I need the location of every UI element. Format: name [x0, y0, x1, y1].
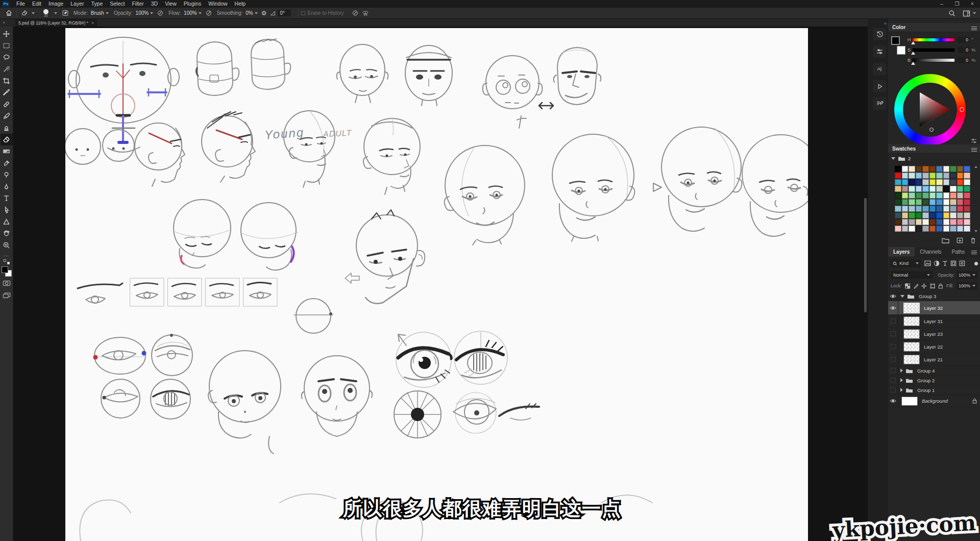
color-fg-bg-swatches[interactable] — [891, 36, 905, 57]
eraser-tool[interactable] — [1, 134, 13, 145]
brush-angle-field[interactable]: 0° — [278, 10, 291, 16]
background-color-swatch[interactable] — [897, 46, 905, 55]
hue-value-field[interactable]: 0 — [958, 37, 970, 43]
crop-tool[interactable] — [1, 75, 13, 87]
swatch[interactable] — [957, 199, 964, 205]
swatch[interactable] — [916, 199, 922, 205]
minimize-button[interactable]: – — [934, 0, 949, 8]
swatch[interactable] — [957, 226, 964, 232]
magic-wand-tool[interactable] — [1, 63, 13, 75]
swatch[interactable] — [964, 186, 970, 192]
swatch[interactable] — [943, 206, 950, 212]
swap-colors-icon[interactable] — [4, 259, 10, 264]
lock-all-icon[interactable] — [938, 283, 943, 289]
swatch[interactable] — [922, 186, 929, 192]
edit-toolbar-ellipsis[interactable]: ... — [4, 252, 9, 257]
swatch[interactable] — [929, 186, 936, 192]
menu-image[interactable]: Image — [45, 0, 67, 8]
layer-name[interactable]: Group 2 — [917, 378, 935, 383]
swatch[interactable] — [936, 206, 943, 212]
layer-row-layer-22[interactable]: Layer 22 — [888, 340, 980, 353]
swatch[interactable] — [950, 166, 957, 172]
layer-name[interactable]: Layer 31 — [924, 318, 943, 324]
dodge-tool[interactable] — [1, 169, 13, 181]
layer-name[interactable]: Layer 32 — [924, 305, 943, 311]
airbrush-icon[interactable] — [204, 8, 214, 18]
saturation-slider[interactable] — [912, 48, 955, 52]
chevron-down-icon[interactable] — [32, 12, 35, 14]
erase-to-history-checkbox[interactable] — [301, 11, 305, 15]
swatch[interactable] — [922, 212, 929, 218]
swatch[interactable] — [943, 212, 950, 218]
swatch[interactable] — [936, 192, 943, 199]
smudge-tool[interactable] — [1, 157, 13, 169]
layer-row-layer-21[interactable]: Layer 21 — [888, 353, 980, 366]
swatch[interactable] — [916, 226, 922, 232]
swatch[interactable] — [922, 219, 929, 225]
scrollbar-thumb[interactable] — [864, 198, 867, 312]
swatch[interactable] — [895, 212, 901, 218]
hue-ring-marker[interactable] — [960, 107, 964, 112]
swatch[interactable] — [936, 166, 943, 172]
visibility-eye-icon[interactable] — [888, 301, 898, 314]
character-panel-icon[interactable]: A| — [873, 63, 886, 75]
group-expand-chevron-right[interactable] — [900, 387, 913, 393]
swatch[interactable] — [916, 206, 922, 212]
swatches-scrollbar[interactable] — [974, 166, 978, 232]
gradient-tool[interactable] — [1, 145, 13, 157]
eyedropper-tool[interactable] — [1, 87, 13, 99]
menu-edit[interactable]: Edit — [29, 0, 45, 8]
search-icon[interactable] — [947, 8, 957, 18]
smoothing-options-gear-icon[interactable]: ⚙ — [260, 8, 268, 18]
foreground-color-swatch[interactable] — [891, 36, 900, 45]
swatch[interactable] — [902, 206, 909, 212]
swatch[interactable] — [950, 199, 957, 205]
swatch[interactable] — [943, 173, 950, 179]
group-expand-chevron-down[interactable] — [900, 293, 915, 299]
lock-transparency-icon[interactable] — [905, 283, 910, 289]
swatch[interactable] — [929, 173, 936, 179]
lock-pixels-icon[interactable] — [913, 283, 918, 289]
close-button[interactable]: × — [965, 0, 980, 8]
swatch[interactable] — [922, 192, 929, 199]
swatch[interactable] — [964, 226, 970, 232]
layer-name[interactable]: Group 3 — [919, 293, 936, 299]
swatch[interactable] — [916, 192, 922, 199]
swatch[interactable] — [916, 173, 922, 179]
lock-artboard-icon[interactable] — [930, 283, 935, 289]
filter-pixel-layers-icon[interactable] — [924, 260, 931, 266]
actions-panel-icon[interactable] — [873, 80, 886, 92]
swatch[interactable] — [936, 212, 943, 218]
visibility-eye-icon[interactable] — [888, 395, 898, 407]
zoom-tool[interactable] — [1, 239, 13, 251]
swatch[interactable] — [950, 173, 957, 179]
brush-panel-toggle-icon[interactable] — [60, 8, 70, 18]
swatch[interactable] — [957, 166, 964, 172]
visibility-toggle-empty[interactable] — [888, 340, 898, 353]
swatch[interactable] — [909, 166, 915, 172]
foreground-background-swatches[interactable] — [2, 266, 12, 277]
visibility-toggle-empty[interactable] — [888, 366, 898, 375]
swatch[interactable] — [964, 212, 970, 218]
saturation-value-field[interactable]: 0 — [958, 47, 970, 53]
brush-settings-panel-icon[interactable] — [873, 45, 886, 58]
swatch[interactable] — [902, 219, 909, 225]
menu-help[interactable]: Help — [231, 0, 250, 8]
layer-name[interactable]: Group 4 — [917, 368, 935, 374]
menu-window[interactable]: Window — [205, 0, 231, 8]
layer-name[interactable]: Layer 21 — [924, 357, 943, 362]
swatch[interactable] — [943, 226, 950, 232]
swatch[interactable] — [950, 226, 957, 232]
swatch[interactable] — [916, 179, 922, 185]
swatch[interactable] — [916, 219, 922, 225]
swatch[interactable] — [943, 219, 950, 225]
lock-position-icon[interactable] — [921, 283, 926, 289]
visibility-toggle-empty[interactable] — [888, 353, 898, 365]
swatch[interactable] — [936, 226, 943, 232]
slider-thumb[interactable] — [911, 52, 915, 55]
delete-swatch-icon[interactable] — [970, 236, 976, 245]
swatch[interactable] — [943, 186, 950, 192]
tab-close-icon[interactable]: × — [91, 20, 94, 26]
canvas-pasteboard[interactable]: Young ADULT — [13, 27, 868, 541]
swatch-group-row[interactable]: 2 — [891, 156, 911, 161]
